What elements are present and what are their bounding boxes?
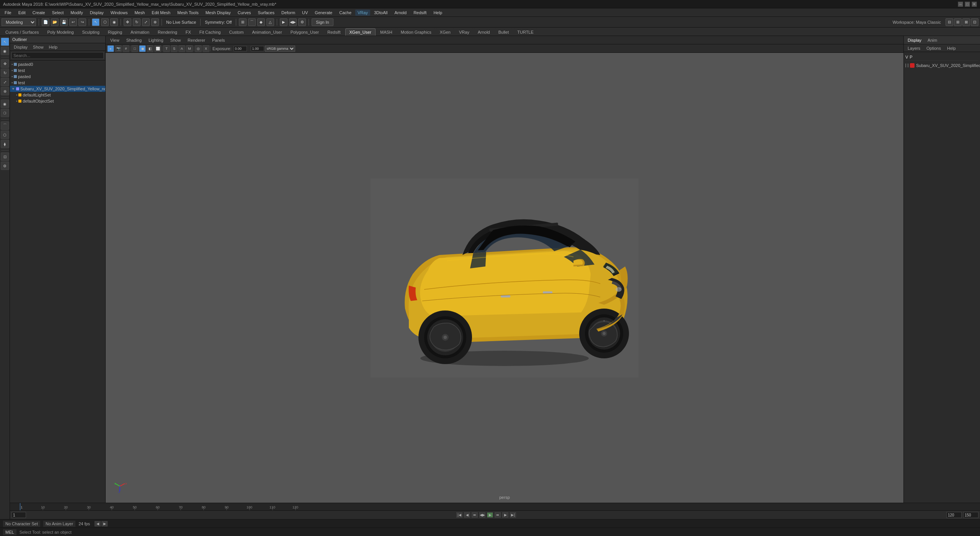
menu-create[interactable]: Create bbox=[29, 10, 48, 16]
shelf-tab-custom[interactable]: Custom bbox=[225, 29, 247, 36]
universal-icon[interactable]: ⊕ bbox=[1, 87, 9, 95]
snap-to-curve-button[interactable]: ⌒ bbox=[248, 18, 256, 26]
menu-arnold[interactable]: Arnold bbox=[391, 10, 410, 16]
vp-xray-btn[interactable]: X bbox=[203, 45, 209, 52]
play-back-button[interactable]: ◀▶ bbox=[479, 512, 485, 518]
menu-generate[interactable]: Generate bbox=[312, 10, 335, 16]
viewport-menu-show[interactable]: Show bbox=[167, 37, 184, 43]
current-frame-input[interactable] bbox=[11, 512, 26, 518]
move-tool-button[interactable]: ✥ bbox=[124, 18, 131, 26]
snap-to-grid-button[interactable]: ⊞ bbox=[239, 18, 247, 26]
move-icon[interactable]: ✥ bbox=[1, 59, 9, 68]
settings-icon[interactable]: ⚙ bbox=[1, 162, 9, 170]
shelf-tab-turtle[interactable]: TURTLE bbox=[513, 29, 537, 36]
timeline-ruler-ticks[interactable]: 1 10 20 30 40 50 60 bbox=[20, 503, 980, 510]
poly-icon[interactable]: ⬡ bbox=[1, 131, 9, 139]
snap-to-surface-button[interactable]: △ bbox=[266, 18, 274, 26]
end-frame-input[interactable] bbox=[946, 512, 962, 518]
shelf-tab-fit-caching[interactable]: Fit Caching bbox=[196, 29, 225, 36]
outliner-menu-show[interactable]: Show bbox=[31, 44, 46, 50]
deform-icon[interactable]: ⧫ bbox=[1, 140, 9, 148]
rp-tab-anim[interactable]: Anim bbox=[926, 37, 939, 43]
shelf-tab-xgen[interactable]: XGen bbox=[436, 29, 454, 36]
vp-isolate-btn[interactable]: ◎ bbox=[195, 45, 202, 52]
shelf-tab-rendering[interactable]: Rendering bbox=[154, 29, 181, 36]
tree-item-subaru-group[interactable]: ▼ Subaru_XV_SUV_2020_Simplified_Yellow_n… bbox=[10, 86, 105, 92]
tree-item-test1[interactable]: ▪ test bbox=[10, 67, 105, 74]
next-frame-button[interactable]: ▶ bbox=[502, 512, 508, 518]
play-forward-button[interactable]: ▶ bbox=[487, 512, 493, 518]
open-scene-button[interactable]: 📂 bbox=[51, 18, 59, 26]
vp-camera-btn[interactable]: 📷 bbox=[115, 45, 122, 52]
artisan-icon[interactable]: ⚆ bbox=[1, 109, 9, 117]
maximize-button[interactable]: □ bbox=[965, 2, 970, 7]
menu-display[interactable]: Display bbox=[87, 10, 107, 16]
viewport-menu-shading[interactable]: Shading bbox=[123, 37, 145, 43]
select-tool-icon[interactable]: ↖ bbox=[1, 38, 9, 46]
layer-pickable-btn[interactable] bbox=[908, 64, 908, 67]
outliner-search-input[interactable] bbox=[11, 52, 104, 59]
vp-ao-btn[interactable]: A bbox=[178, 45, 185, 52]
menu-edit[interactable]: Edit bbox=[15, 10, 29, 16]
layout-btn-2[interactable]: ⊞ bbox=[954, 18, 962, 26]
rp-tab-display[interactable]: Display bbox=[906, 37, 923, 43]
shelf-tab-rigging[interactable]: Rigging bbox=[104, 29, 126, 36]
shelf-tab-redshift[interactable]: Redsift bbox=[323, 29, 344, 36]
viewport-menu-lighting[interactable]: Lighting bbox=[145, 37, 167, 43]
shelf-tab-sculpting[interactable]: Sculpting bbox=[78, 29, 103, 36]
curve-icon[interactable]: ⌒ bbox=[1, 121, 9, 130]
menu-mesh-tools[interactable]: Mesh Tools bbox=[174, 10, 201, 16]
shelf-tab-xgen-user[interactable]: XGen_User bbox=[345, 28, 376, 36]
tree-item-default-light-set[interactable]: ▪ defaultLightSet bbox=[10, 92, 105, 98]
menu-redshift[interactable]: Redsift bbox=[410, 10, 430, 16]
symmetry-off-label[interactable]: Symmetry: Off bbox=[203, 20, 233, 25]
soft-select-icon[interactable]: ◉ bbox=[1, 100, 9, 108]
layout-btn-1[interactable]: ⊟ bbox=[946, 18, 953, 26]
paint-select-icon[interactable]: ◉ bbox=[1, 47, 9, 55]
rotate-icon[interactable]: ↻ bbox=[1, 69, 9, 77]
rotate-tool-button[interactable]: ↻ bbox=[133, 18, 140, 26]
prev-keyframe-button[interactable]: ⬅ bbox=[472, 512, 478, 518]
undo-button[interactable]: ↩ bbox=[69, 18, 77, 26]
scale-tool-button[interactable]: ⤢ bbox=[142, 18, 150, 26]
viewport-menu-panels[interactable]: Panels bbox=[209, 37, 228, 43]
cb-menu-options[interactable]: Options bbox=[924, 45, 943, 51]
shelf-tab-polygons-user[interactable]: Polygons_User bbox=[287, 29, 323, 36]
menu-mesh[interactable]: Mesh bbox=[131, 10, 148, 16]
shelf-tab-fx[interactable]: FX bbox=[182, 29, 195, 36]
tree-item-pasted0[interactable]: ▪ pasted0 bbox=[10, 61, 105, 67]
render-button[interactable]: ▶ bbox=[280, 18, 287, 26]
lasso-tool-button[interactable]: ⬡ bbox=[101, 18, 109, 26]
show-manips-icon[interactable]: ⊡ bbox=[1, 152, 9, 161]
tree-item-default-object-set[interactable]: ▪ defaultObjectSet bbox=[10, 98, 105, 104]
layer-visibility-btn[interactable] bbox=[905, 64, 906, 67]
shelf-tab-poly-modeling[interactable]: Poly Modeling bbox=[43, 29, 77, 36]
menu-help[interactable]: Help bbox=[430, 10, 445, 16]
menu-cache[interactable]: Cache bbox=[336, 10, 354, 16]
goto-end-button[interactable]: ▶| bbox=[510, 512, 516, 518]
layer-item-subaru[interactable]: Subaru_XV_SUV_2020_Simplified_Yellow bbox=[905, 62, 978, 69]
outliner-menu-help[interactable]: Help bbox=[47, 44, 60, 50]
shelf-tab-mash[interactable]: MASH bbox=[376, 29, 396, 36]
render-settings-button[interactable]: ⚙ bbox=[298, 18, 306, 26]
menu-curves[interactable]: Curves bbox=[235, 10, 254, 16]
vp-motion-blur-btn[interactable]: M bbox=[186, 45, 193, 52]
sign-in-button[interactable]: Sign In bbox=[312, 18, 333, 26]
menu-file[interactable]: File bbox=[2, 10, 15, 16]
shelf-tab-arnold[interactable]: Arnold bbox=[474, 29, 494, 36]
fps-increase-btn[interactable]: ▶ bbox=[101, 521, 108, 526]
vp-wireframe-btn[interactable]: □ bbox=[131, 45, 138, 52]
vp-texture-btn[interactable]: T bbox=[163, 45, 170, 52]
cb-menu-layers[interactable]: Layers bbox=[905, 45, 923, 51]
vp-gamma-select[interactable]: sRGB gamma Linear bbox=[265, 46, 295, 52]
shelf-tab-motion-graphics[interactable]: Motion Graphics bbox=[397, 29, 435, 36]
vp-shadows-btn[interactable]: S bbox=[171, 45, 178, 52]
tree-item-pasted[interactable]: ▪ pasted bbox=[10, 74, 105, 80]
vp-bounding-box-btn[interactable]: ⬜ bbox=[154, 45, 161, 52]
no-live-surface-label[interactable]: No Live Surface bbox=[165, 20, 198, 25]
menu-deform[interactable]: Deform bbox=[278, 10, 298, 16]
shelf-tab-animation-user[interactable]: Animation_User bbox=[248, 29, 286, 36]
outliner-menu-display[interactable]: Display bbox=[11, 44, 30, 50]
vp-smooth-btn[interactable]: ◼ bbox=[139, 45, 146, 52]
next-keyframe-button[interactable]: ➡ bbox=[495, 512, 501, 518]
